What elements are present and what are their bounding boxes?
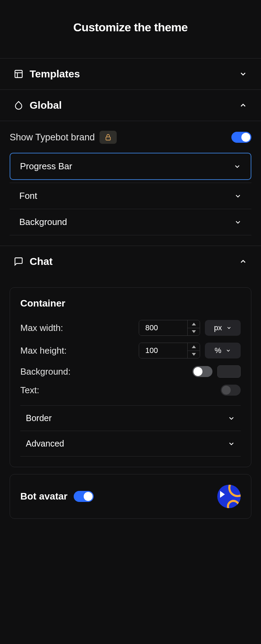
svg-marker-6 [192, 345, 196, 348]
max-height-step-down[interactable] [188, 351, 200, 358]
progress-bar-label: Progress Bar [20, 161, 72, 172]
max-width-label: Max width: [20, 323, 63, 333]
chevron-up-icon [239, 257, 247, 266]
chat-icon [14, 257, 23, 266]
background-label: Background [19, 217, 67, 227]
svg-rect-3 [106, 137, 111, 140]
container-background-row: Background: [20, 362, 241, 381]
max-width-step-up[interactable] [188, 320, 200, 328]
chevron-down-icon [228, 415, 235, 422]
progress-bar-item[interactable]: Progress Bar [10, 153, 251, 180]
templates-label: Templates [30, 68, 80, 80]
chevron-up-icon [239, 101, 247, 109]
global-section-header[interactable]: Global [0, 89, 261, 121]
advanced-label: Advanced [26, 439, 64, 449]
svg-marker-5 [192, 330, 196, 333]
max-width-unit-label: px [214, 323, 222, 332]
page-title: Customize the theme [0, 0, 261, 58]
max-width-step-down[interactable] [188, 328, 200, 336]
container-title: Container [20, 298, 241, 309]
border-item[interactable]: Border [20, 405, 241, 431]
bot-avatar-card: Bot avatar [10, 474, 251, 519]
container-card: Container Max width: px Max height: [10, 287, 251, 467]
max-height-unit-label: % [215, 346, 221, 355]
max-height-unit-select[interactable]: % [205, 343, 241, 358]
max-height-row: Max height: % [20, 339, 241, 362]
svg-marker-4 [192, 323, 196, 325]
chat-section-header[interactable]: Chat [0, 246, 261, 277]
bot-avatar-image[interactable] [217, 485, 241, 508]
border-label: Border [26, 413, 52, 423]
chevron-down-icon [234, 192, 242, 200]
chevron-down-icon [239, 70, 247, 78]
background-item[interactable]: Background [10, 209, 251, 235]
bot-avatar-toggle[interactable] [74, 491, 94, 502]
show-brand-toggle[interactable] [231, 132, 251, 143]
chat-label: Chat [30, 256, 53, 267]
bot-avatar-label: Bot avatar [20, 491, 67, 502]
max-width-unit-select[interactable]: px [205, 320, 241, 336]
lock-badge [100, 131, 117, 144]
svg-rect-0 [15, 71, 22, 78]
container-background-toggle[interactable] [192, 366, 212, 377]
max-height-input-wrap [139, 343, 200, 358]
chevron-down-icon [234, 218, 242, 226]
max-height-label: Max height: [20, 345, 66, 356]
global-section-body: Show Typebot brand Progress Bar Font Bac… [0, 121, 261, 246]
container-text-row: Text: [20, 381, 241, 399]
chevron-down-icon [233, 163, 241, 170]
show-brand-row: Show Typebot brand [10, 125, 251, 150]
max-width-input[interactable] [139, 320, 187, 335]
advanced-item[interactable]: Advanced [20, 431, 241, 457]
max-width-row: Max width: px [20, 316, 241, 339]
font-item[interactable]: Font [10, 183, 251, 209]
global-label: Global [30, 99, 62, 111]
template-icon [14, 69, 23, 79]
container-text-toggle[interactable] [221, 385, 241, 396]
container-text-label: Text: [20, 385, 39, 396]
max-height-step-up[interactable] [188, 343, 200, 351]
show-brand-label: Show Typebot brand [10, 132, 95, 143]
container-background-swatch[interactable] [217, 365, 241, 378]
font-label: Font [19, 191, 37, 201]
max-height-input[interactable] [139, 343, 187, 358]
droplet-icon [14, 100, 23, 110]
templates-section-header[interactable]: Templates [0, 58, 261, 89]
chevron-down-icon [228, 440, 235, 448]
chat-section-body: Container Max width: px Max height: [0, 277, 261, 536]
container-background-label: Background: [20, 366, 71, 377]
svg-marker-7 [192, 353, 196, 356]
max-width-input-wrap [139, 320, 200, 336]
